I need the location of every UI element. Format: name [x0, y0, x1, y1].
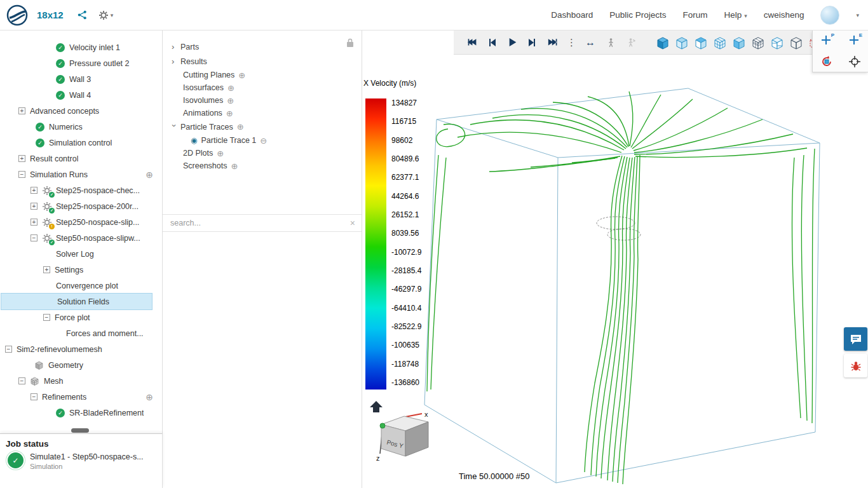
tree-item-sim2-refinevolumemesh[interactable]: − Sim2-refinevolumemesh — [0, 341, 162, 357]
nav-forum[interactable]: Forum — [683, 10, 708, 20]
add-icon[interactable]: ⊕ — [227, 96, 234, 105]
previous-frame-button[interactable] — [483, 34, 501, 51]
tree-item-simulation-control[interactable]: ✓ Simulation control — [0, 135, 162, 151]
reset-rotation-icon[interactable] — [818, 53, 836, 71]
more-options-icon[interactable]: ⋮ — [567, 37, 576, 48]
tree-item-wall-4[interactable]: ✓ Wall 4 — [0, 87, 162, 103]
tree-item-geometry[interactable]: Geometry — [0, 357, 162, 373]
tree-item-pressure-outlet-2[interactable]: ✓ Pressure outlet 2 — [0, 55, 162, 71]
post-item-isovolumes[interactable]: Isovolumes ⊕ — [163, 94, 362, 107]
add-entity-probe-icon[interactable]: E — [846, 32, 864, 50]
tree-item-numerics[interactable]: ✓ Numerics — [0, 119, 162, 135]
nav-help[interactable]: Help ▾ — [724, 10, 747, 20]
project-title[interactable]: 18x12 — [37, 10, 64, 20]
add-icon[interactable]: ⊕ — [227, 83, 234, 93]
remove-icon[interactable]: ⊖ — [260, 136, 267, 146]
nav-public-projects[interactable]: Public Projects — [609, 10, 666, 20]
expander-plus-icon[interactable]: + — [31, 187, 37, 194]
post-item-screenshots[interactable]: Screenshots ⊕ — [163, 159, 362, 172]
walk-mode-icon[interactable] — [602, 34, 620, 51]
clear-search-icon[interactable]: × — [350, 218, 355, 228]
post-item-isosurfaces[interactable]: Isosurfaces ⊕ — [163, 81, 362, 94]
add-icon[interactable]: ⊕ — [146, 392, 153, 402]
search-input[interactable] — [169, 218, 350, 228]
expander-minus-icon[interactable]: − — [31, 393, 37, 400]
chevron-right-icon[interactable]: › — [172, 57, 177, 66]
post-item-cutting-planes[interactable]: Cutting Planes ⊕ — [163, 69, 362, 81]
tree-item-solution-fields[interactable]: Solution Fields — [1, 294, 152, 309]
tree-item-wall-3[interactable]: ✓ Wall 3 — [0, 71, 162, 87]
tree-item-mesh[interactable]: − Mesh — [0, 373, 162, 389]
expander-minus-icon[interactable]: − — [5, 346, 12, 353]
tree-item-run-step50-slipw[interactable]: − ✓ Step50-nospace-slipw... — [0, 230, 162, 246]
expander-plus-icon[interactable]: + — [18, 155, 25, 162]
share-icon[interactable] — [78, 10, 87, 20]
tree-item-result-control[interactable]: + Result control — [0, 151, 162, 166]
chevron-down-icon[interactable]: ▾ — [856, 12, 859, 18]
add-icon[interactable]: ⊕ — [217, 149, 224, 158]
add-icon[interactable]: ⊕ — [146, 170, 153, 180]
username-label[interactable]: cweisheng — [764, 10, 804, 20]
view-section-icon[interactable] — [768, 34, 786, 51]
post-item-particle-traces[interactable]: › Particle Traces ⊕ — [163, 119, 362, 134]
tree-item-run-step250-slip[interactable]: + ! Step250-nospace-slip... — [0, 214, 162, 230]
view-outline-icon[interactable] — [787, 34, 805, 51]
avatar[interactable] — [820, 6, 839, 25]
view-volume-mesh-icon[interactable] — [749, 34, 767, 51]
post-item-animations[interactable]: Animations ⊕ — [163, 107, 362, 119]
rotation-center-icon[interactable] — [846, 53, 864, 71]
post-item-2d-plots[interactable]: 2D Plots ⊕ — [163, 147, 362, 159]
tree-item-velocity-inlet-1[interactable]: ✓ Velocity inlet 1 — [0, 39, 162, 55]
post-item-parts[interactable]: › Parts — [163, 39, 362, 54]
3d-viewport[interactable]: ⋮ ↔ P E — [362, 30, 868, 488]
post-item-results[interactable]: › Results — [163, 54, 362, 69]
visibility-eye-icon[interactable]: ◉ — [191, 136, 197, 145]
tree-item-forces-and-moments[interactable]: Forces and moment... — [0, 325, 162, 341]
support-chat-button[interactable] — [844, 327, 867, 351]
expander-minus-icon[interactable]: − — [18, 171, 25, 178]
add-point-probe-icon[interactable]: P — [818, 32, 836, 50]
skip-to-end-button[interactable] — [544, 34, 562, 51]
add-icon[interactable]: ⊕ — [237, 122, 244, 132]
add-icon[interactable]: ⊕ — [238, 71, 245, 80]
tree-item-advanced-concepts[interactable]: + Advanced concepts — [0, 103, 162, 119]
expander-plus-icon[interactable]: + — [43, 266, 50, 273]
view-shaded-icon[interactable] — [730, 34, 748, 51]
expander-minus-icon[interactable]: − — [18, 377, 25, 384]
view-translucent-icon[interactable] — [673, 34, 691, 51]
tree-item-sr-bladerefinement[interactable]: ✓ SR-BladeRefinement — [0, 405, 162, 421]
add-icon[interactable]: ⊕ — [231, 161, 238, 171]
tree-item-force-plot[interactable]: − Force plot — [0, 309, 162, 325]
fly-mode-icon[interactable] — [622, 34, 640, 51]
expander-plus-icon[interactable]: + — [31, 203, 37, 210]
app-logo-icon[interactable] — [6, 4, 28, 26]
horizontal-scrollbar-thumb[interactable] — [71, 428, 89, 433]
expander-plus-icon[interactable]: + — [18, 107, 25, 114]
skip-to-start-button[interactable] — [463, 34, 480, 51]
resize-range-icon[interactable]: ↔ — [581, 34, 599, 51]
tree-item-run-step25-200r[interactable]: + ✓ Step25-nospace-200r... — [0, 198, 162, 214]
nav-dashboard[interactable]: Dashboard — [551, 10, 593, 20]
expander-minus-icon[interactable]: − — [43, 314, 50, 321]
view-surface-mesh-icon[interactable] — [711, 34, 729, 51]
play-button[interactable] — [503, 34, 521, 51]
chevron-right-icon[interactable]: › — [172, 42, 177, 51]
next-frame-button[interactable] — [524, 34, 541, 51]
view-clip-icon[interactable] — [692, 34, 710, 51]
tree-item-refinements[interactable]: − Refinements ⊕ — [0, 389, 162, 405]
post-item-particle-trace-1[interactable]: ◉ Particle Trace 1 ⊖ — [163, 134, 362, 147]
settings-menu-button[interactable]: ▾ — [98, 10, 114, 20]
expander-minus-icon[interactable]: − — [31, 234, 37, 241]
tree-item-run-step25-chec[interactable]: + ✓ Step25-nospace-chec... — [0, 182, 162, 198]
tree-item-settings[interactable]: + Settings — [0, 262, 162, 278]
tree-item-convergence-plot[interactable]: Convergence plot — [0, 278, 162, 294]
chevron-down-icon[interactable]: › — [170, 125, 179, 130]
view-solid-icon[interactable] — [654, 34, 672, 51]
orientation-cube[interactable]: Pos Y x z — [367, 398, 450, 468]
add-icon[interactable]: ⊕ — [226, 109, 233, 118]
expander-plus-icon[interactable]: + — [31, 219, 37, 226]
job-status-entry[interactable]: ✓ Simulate1 - Step50-nospace-s... Simula… — [0, 452, 162, 470]
tree-item-solver-log[interactable]: Solver Log — [0, 246, 162, 262]
report-bug-button[interactable] — [844, 354, 867, 377]
tree-item-simulation-runs[interactable]: − Simulation Runs ⊕ — [0, 166, 162, 182]
